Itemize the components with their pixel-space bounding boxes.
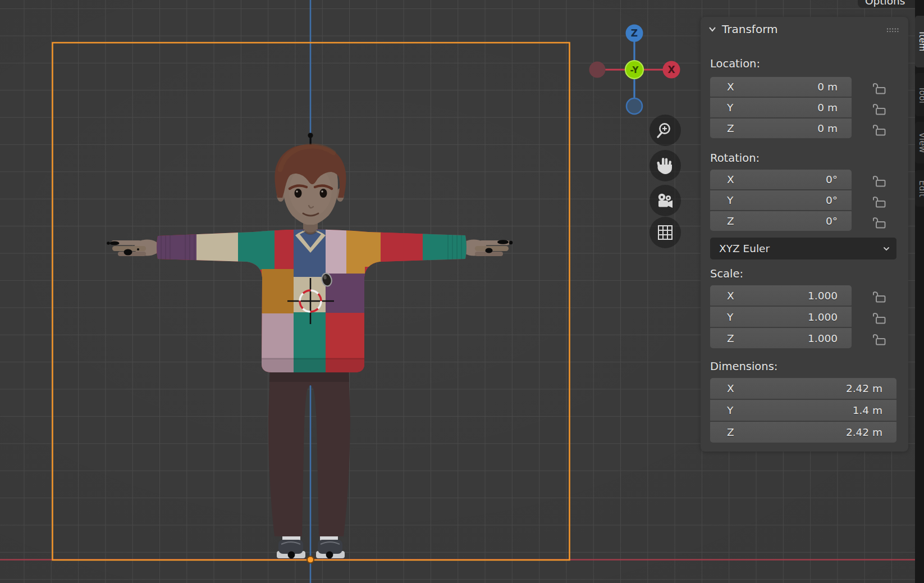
panel-drag-handle[interactable]: [886, 27, 899, 34]
panel-header[interactable]: Transform: [707, 22, 777, 37]
rotation-mode-value: XYZ Euler: [719, 243, 770, 254]
panel-expand-chevron-icon[interactable]: [707, 24, 717, 34]
gizmo-neg-z[interactable]: [626, 98, 642, 114]
dims-y-field[interactable]: Y1.4 m: [710, 400, 896, 421]
options-label: Options: [865, 0, 905, 7]
rotation-z-field[interactable]: Z0°: [710, 211, 852, 231]
svg-text:Z: Z: [631, 28, 638, 39]
dims-z-field[interactable]: Z2.42 m: [710, 422, 896, 443]
section-label-scale-label: Scale:: [710, 267, 743, 280]
sidebar-tab-item[interactable]: Item: [915, 16, 924, 67]
location-y-lock-icon[interactable]: [870, 98, 887, 119]
scale-x-lock-icon[interactable]: [870, 285, 887, 307]
rotation-z-lock-icon[interactable]: [870, 211, 887, 232]
axis-gizmo[interactable]: Z X -Y: [584, 20, 685, 121]
object-origin[interactable]: [307, 557, 314, 563]
panel-title: Transform: [722, 22, 777, 36]
scale-x-field[interactable]: X1.000: [710, 285, 852, 306]
location-x-lock-icon[interactable]: [870, 77, 887, 98]
scale-z-lock-icon[interactable]: [870, 328, 887, 349]
location-z-lock-icon[interactable]: [870, 119, 887, 139]
rotation-x-field[interactable]: X0°: [710, 170, 852, 189]
dims-x-field[interactable]: X2.42 m: [710, 378, 896, 399]
section-label-location-label: Location:: [710, 57, 760, 70]
sidebar-tab-edit[interactable]: Edit: [915, 170, 924, 207]
section-label-rotation-label: Rotation:: [710, 152, 760, 165]
sidebar-tab-label: Edit: [917, 180, 924, 197]
scale-y-lock-icon[interactable]: [870, 307, 887, 328]
gizmo-neg-x[interactable]: [589, 62, 606, 78]
rotation-y-field[interactable]: Y0°: [710, 190, 852, 210]
location-z-field[interactable]: Z0 m: [710, 119, 852, 138]
options-button[interactable]: Options: [858, 0, 924, 8]
pan-button[interactable]: [649, 150, 681, 181]
blender-3d-viewport: Z X -Y: [0, 0, 924, 583]
section-label-dims-label: Dimensions:: [710, 360, 777, 373]
location-y-field[interactable]: Y0 m: [710, 98, 852, 117]
scale-y-field[interactable]: Y1.000: [710, 307, 852, 327]
svg-text:X: X: [667, 64, 675, 75]
rotation-mode-dropdown[interactable]: XYZ Euler: [710, 238, 896, 259]
rotation-x-lock-icon[interactable]: [870, 170, 887, 190]
zoom-button[interactable]: [649, 115, 681, 146]
svg-text:-Y: -Y: [630, 65, 639, 75]
scale-z-field[interactable]: Z1.000: [710, 328, 852, 348]
location-x-field[interactable]: X0 m: [710, 77, 852, 97]
sidebar-tab-label: Item: [917, 31, 924, 51]
transform-panel: Transform Location:X0 mY0 mZ0 mRotation:…: [701, 17, 908, 452]
camera-view-button[interactable]: [649, 185, 681, 216]
sidebar-tab-tool[interactable]: Tool: [915, 73, 924, 116]
grid-toggle-button[interactable]: [649, 217, 681, 248]
sidebar-tab-view[interactable]: View: [915, 122, 924, 163]
sidebar-tab-strip: ItemToolViewEdit: [915, 0, 924, 583]
sidebar-tab-label: Tool: [917, 86, 924, 103]
rotation-y-lock-icon[interactable]: [870, 190, 887, 211]
sidebar-tab-label: View: [917, 133, 924, 153]
